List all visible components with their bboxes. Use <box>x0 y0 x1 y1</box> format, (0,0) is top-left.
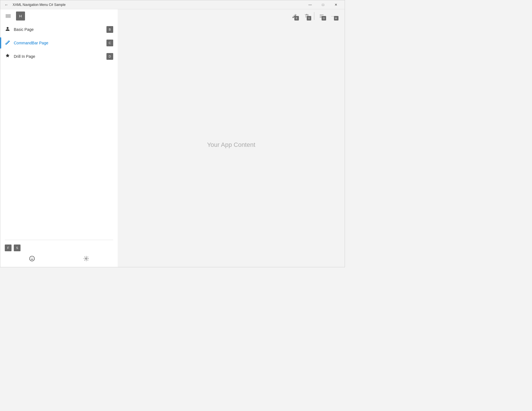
command-bar: E X O ··· M <box>118 9 345 23</box>
title-bar: ← XAML Navigation Menu C# Sample — □ ✕ <box>0 0 345 9</box>
maximize-button[interactable]: □ <box>317 0 329 9</box>
edit-badge: E <box>294 16 299 20</box>
drill-in-page-badge: D <box>106 53 113 60</box>
basic-page-label: Basic Page <box>14 27 103 32</box>
sidebar-item-commandbar-page[interactable]: CommandBar Page C <box>0 36 118 50</box>
svg-point-0 <box>29 256 35 261</box>
minimize-button[interactable]: — <box>304 0 317 9</box>
svg-point-3 <box>85 258 87 259</box>
footer-badge-s: S <box>14 245 21 251</box>
hamburger-line-2 <box>6 16 11 16</box>
command-bar-separator <box>314 12 314 20</box>
back-button[interactable]: ← <box>3 1 10 9</box>
main-content: E X O ··· M <box>118 9 345 267</box>
app-body: H Basic Page B CommandBar Page C <box>0 9 345 267</box>
pencil-icon <box>5 40 10 46</box>
commandbar-page-badge: C <box>106 40 113 46</box>
sidebar-item-drill-in-page[interactable]: Drill In Page D <box>0 50 118 63</box>
app-title: XAML Navigation Menu C# Sample <box>13 3 304 7</box>
sort-badge: O <box>322 16 326 20</box>
delete-badge: X <box>307 16 311 20</box>
sort-button[interactable]: O <box>315 10 328 22</box>
person-icon <box>5 26 10 33</box>
user-avatar[interactable]: H <box>16 12 25 20</box>
hamburger-line-1 <box>6 14 11 15</box>
close-button[interactable]: ✕ <box>329 0 342 9</box>
sidebar-item-basic-page[interactable]: Basic Page B <box>0 23 118 36</box>
svg-point-2 <box>32 258 33 258</box>
sidebar: H Basic Page B CommandBar Page C <box>0 9 118 267</box>
window-controls: — □ ✕ <box>304 0 342 9</box>
gear-icon <box>83 255 89 263</box>
commandbar-page-label: CommandBar Page <box>14 41 103 45</box>
sidebar-footer: F S <box>0 240 118 267</box>
footer-divider <box>5 240 113 240</box>
star-icon <box>5 53 10 60</box>
footer-badge-f: F <box>5 245 12 251</box>
hamburger-line-3 <box>6 17 11 18</box>
sidebar-header: H <box>0 9 118 23</box>
smiley-button[interactable] <box>27 254 37 264</box>
overflow-badge: M <box>334 16 338 20</box>
overflow-button[interactable]: ··· M <box>328 10 340 22</box>
drill-in-page-label: Drill In Page <box>14 54 103 59</box>
delete-button[interactable]: X <box>301 10 313 22</box>
footer-badge-row: F S <box>0 242 118 254</box>
content-area: Your App Content <box>118 23 345 267</box>
smiley-icon <box>29 255 35 263</box>
footer-icon-row <box>0 254 118 265</box>
content-placeholder: Your App Content <box>207 141 255 149</box>
settings-button[interactable] <box>81 254 91 264</box>
hamburger-button[interactable] <box>4 12 13 20</box>
edit-button[interactable]: E <box>288 10 301 22</box>
basic-page-badge: B <box>106 26 113 33</box>
svg-point-1 <box>31 258 31 258</box>
